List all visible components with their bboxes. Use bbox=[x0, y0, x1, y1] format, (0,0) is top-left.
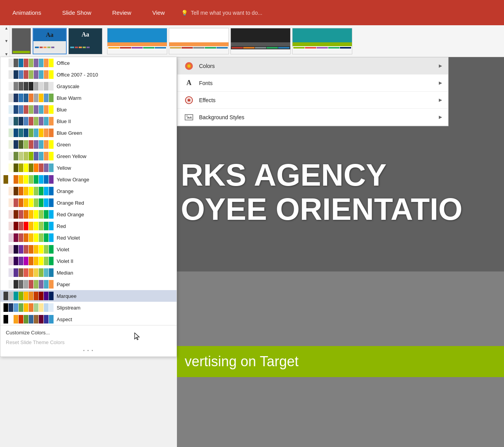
color-scheme-item-16[interactable]: Violet bbox=[0, 244, 177, 255]
theme-color-thumb-1[interactable] bbox=[107, 28, 167, 54]
swatch-22-0 bbox=[3, 315, 8, 324]
color-scheme-item-15[interactable]: Red Violet bbox=[0, 232, 177, 244]
swatch-22-7 bbox=[39, 315, 43, 324]
swatch-13-2 bbox=[14, 210, 18, 219]
color-scheme-item-5[interactable]: Blue II bbox=[0, 115, 177, 127]
review-tab[interactable]: Review bbox=[107, 6, 136, 19]
swatch-20-5 bbox=[29, 292, 33, 300]
color-scheme-name-11: Orange bbox=[57, 188, 73, 194]
swatch-14-8 bbox=[44, 222, 48, 230]
swatch-19-5 bbox=[29, 280, 33, 289]
swatch-10-3 bbox=[19, 175, 23, 184]
swatch-14-3 bbox=[19, 222, 23, 230]
swatch-10-6 bbox=[34, 175, 38, 184]
background-menu-item[interactable]: Background Styles ▶ bbox=[177, 109, 448, 126]
swatch-16-7 bbox=[39, 245, 43, 254]
swatch-1-8 bbox=[44, 70, 48, 79]
swatch-12-1 bbox=[9, 198, 13, 207]
color-scheme-item-12[interactable]: Orange Red bbox=[0, 197, 177, 209]
swatch-22-9 bbox=[49, 315, 54, 324]
color-scheme-item-4[interactable]: Blue bbox=[0, 104, 177, 115]
customize-colors-link[interactable]: Customize Colors... bbox=[4, 328, 173, 337]
slideshow-tab[interactable]: Slide Show bbox=[57, 6, 96, 19]
swatch-17-9 bbox=[49, 257, 54, 265]
color-scheme-name-10: Yellow Orange bbox=[57, 177, 89, 183]
color-scheme-item-19[interactable]: Paper bbox=[0, 278, 177, 290]
swatch-15-1 bbox=[9, 233, 13, 242]
color-scheme-item-0[interactable]: Office bbox=[0, 57, 177, 69]
swatches-19 bbox=[3, 280, 54, 289]
swatch-2-1 bbox=[9, 82, 13, 90]
theme-color-thumb-3[interactable] bbox=[230, 28, 291, 54]
theme-thumb-3[interactable]: Aa bbox=[68, 28, 102, 54]
color-scheme-item-14[interactable]: Red bbox=[0, 220, 177, 232]
color-scheme-name-15: Red Violet bbox=[57, 235, 80, 241]
swatch-2-3 bbox=[19, 82, 23, 90]
color-scheme-item-10[interactable]: Yellow Orange bbox=[0, 174, 177, 185]
swatch-22-4 bbox=[24, 315, 28, 324]
fonts-menu-item[interactable]: A Fonts ▶ bbox=[177, 75, 448, 92]
swatch-22-2 bbox=[14, 315, 18, 324]
color-scheme-name-22: Aspect bbox=[57, 317, 72, 322]
color-scheme-item-6[interactable]: Blue Green bbox=[0, 127, 177, 139]
swatch-2-2 bbox=[14, 82, 18, 90]
color-scheme-name-4: Blue bbox=[57, 107, 67, 113]
swatch-10-1 bbox=[9, 175, 13, 184]
swatch-12-6 bbox=[34, 198, 38, 207]
color-scheme-item-11[interactable]: Orange bbox=[0, 185, 177, 197]
color-scheme-item-7[interactable]: Green bbox=[0, 139, 177, 150]
swatch-0-7 bbox=[39, 59, 43, 67]
colors-menu-item[interactable]: Colors ▶ bbox=[177, 57, 448, 75]
swatch-22-6 bbox=[34, 315, 38, 324]
color-scheme-item-1[interactable]: Office 2007 - 2010 bbox=[0, 69, 177, 80]
swatch-20-0 bbox=[3, 292, 8, 300]
theme-thumb-2[interactable]: Aa bbox=[33, 28, 67, 54]
swatch-16-2 bbox=[14, 245, 18, 254]
animations-tab[interactable]: Animations bbox=[8, 6, 46, 19]
swatch-17-8 bbox=[44, 257, 48, 265]
swatch-13-6 bbox=[34, 210, 38, 219]
swatch-21-7 bbox=[39, 303, 43, 312]
swatch-12-7 bbox=[39, 198, 43, 207]
color-scheme-item-8[interactable]: Green Yellow bbox=[0, 150, 177, 162]
theme-thumb-current[interactable] bbox=[12, 28, 31, 54]
swatch-17-4 bbox=[24, 257, 28, 265]
color-scheme-item-2[interactable]: Grayscale bbox=[0, 80, 177, 92]
color-scheme-item-9[interactable]: Yellow bbox=[0, 162, 177, 174]
swatch-21-2 bbox=[14, 303, 18, 312]
swatch-15-7 bbox=[39, 233, 43, 242]
view-tab[interactable]: View bbox=[147, 6, 169, 19]
swatch-9-6 bbox=[34, 163, 38, 172]
color-scheme-item-21[interactable]: Slipstream bbox=[0, 302, 177, 313]
effects-menu-item[interactable]: Effects ▶ bbox=[177, 92, 448, 109]
swatch-0-4 bbox=[24, 59, 28, 67]
color-scheme-item-13[interactable]: Red Orange bbox=[0, 209, 177, 220]
swatch-12-2 bbox=[14, 198, 18, 207]
theme-color-thumb-2[interactable] bbox=[169, 28, 229, 54]
color-scheme-item-17[interactable]: Violet II bbox=[0, 255, 177, 267]
color-scheme-name-7: Green bbox=[57, 142, 71, 148]
swatch-7-4 bbox=[24, 140, 28, 149]
swatch-15-5 bbox=[29, 233, 33, 242]
swatch-11-8 bbox=[44, 187, 48, 195]
color-scheme-item-20[interactable]: Marquee bbox=[0, 290, 177, 302]
swatch-15-2 bbox=[14, 233, 18, 242]
theme-scroll-down[interactable]: ▼ bbox=[5, 39, 9, 43]
svg-point-2 bbox=[187, 64, 191, 68]
theme-color-thumb-4[interactable] bbox=[292, 28, 352, 54]
theme-scroll-up[interactable]: ▲ bbox=[5, 26, 9, 30]
color-scheme-item-18[interactable]: Median bbox=[0, 267, 177, 278]
color-scheme-item-22[interactable]: Aspect bbox=[0, 313, 177, 325]
swatch-1-7 bbox=[39, 70, 43, 79]
swatch-10-8 bbox=[44, 175, 48, 184]
swatch-5-9 bbox=[49, 117, 54, 125]
color-scheme-item-3[interactable]: Blue Warm bbox=[0, 92, 177, 104]
swatches-13 bbox=[3, 210, 54, 219]
color-scheme-name-1: Office 2007 - 2010 bbox=[57, 72, 98, 78]
theme-expand[interactable]: ▼ bbox=[5, 52, 9, 56]
swatches-10 bbox=[3, 175, 54, 184]
dropdown-footer: Customize Colors... Reset Slide Theme Co… bbox=[0, 325, 177, 357]
background-chevron: ▶ bbox=[439, 115, 442, 120]
slide-green-bar: vertising on Target bbox=[177, 346, 504, 377]
swatch-6-6 bbox=[34, 129, 38, 137]
